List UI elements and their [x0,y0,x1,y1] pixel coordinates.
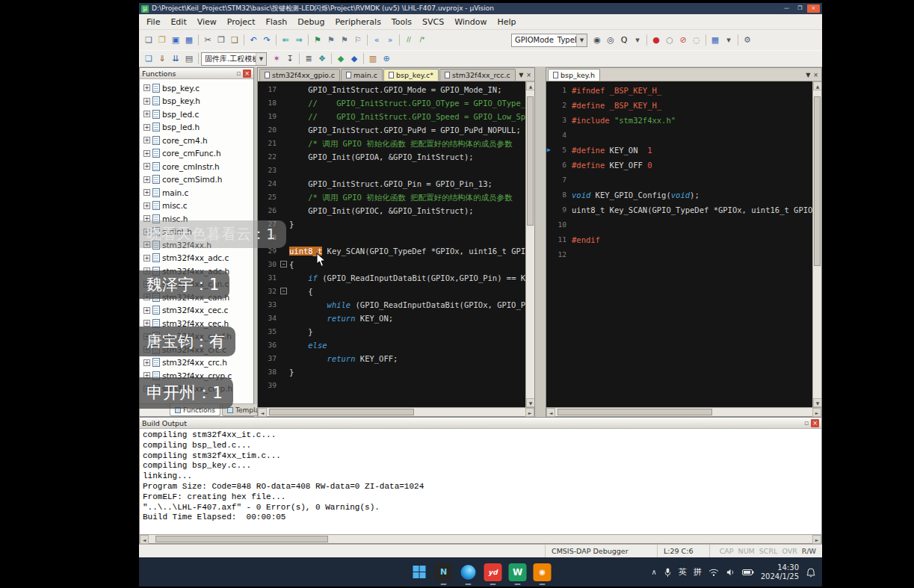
editor-tab[interactable]: bsp_key.h [548,69,600,81]
scroll-down-arrow[interactable]: ▼ [526,398,534,407]
tree-item[interactable]: +bsp_led.c [140,108,253,121]
taskbar-app1-icon[interactable]: N [435,563,453,581]
bookmark-toggle-icon[interactable]: ⚑ [311,34,324,47]
code-line[interactable]: 29uint8_t Key_SCAN(GPIO_TypeDef *GPIOx, … [258,244,525,258]
expander-icon[interactable]: + [143,163,150,170]
tab-list-dropdown-icon[interactable]: ▼ [806,72,810,78]
scroll-right-arrow[interactable]: ► [812,535,821,544]
incremental-find-icon[interactable]: Q [617,34,631,47]
unindent-icon[interactable]: « [370,34,383,47]
menu-item-debug[interactable]: Debug [292,16,330,28]
taskbar-clock[interactable]: 14:30 2024/1/25 [761,563,799,581]
pin-icon[interactable]: ▫ [236,69,241,77]
code-line[interactable]: 8void KEY_GPIO_Config(void); [546,188,812,202]
editor-tab[interactable]: main.c [341,69,383,81]
scroll-up-arrow[interactable]: ▲ [526,81,534,90]
code-line[interactable]: 11#endif [546,232,812,247]
youdao-dict-icon[interactable]: yd [484,563,502,581]
scroll-thumb[interactable] [558,409,711,415]
enable-all-breakpoints-icon[interactable]: ◌ [690,34,703,47]
menu-item-view[interactable]: View [192,16,222,28]
find-in-files-icon[interactable]: ◉ [590,34,604,47]
menu-item-help[interactable]: Help [492,16,522,28]
code-line[interactable]: 30−{ [258,258,525,271]
scroll-thumb[interactable] [527,96,534,226]
editor-tab[interactable]: stm32f4xx_gpio.c [259,69,340,81]
code-line[interactable]: 3#include "stm32f4xx.h" [546,113,812,128]
disable-breakpoint-icon[interactable]: ○ [663,34,676,47]
expander-icon[interactable]: + [143,137,150,143]
books-icon[interactable]: ▥ [366,52,380,66]
save-all-icon[interactable]: ▦ [182,34,196,47]
target-select-combo[interactable]: 固件库.工程模板 ▼ [201,52,267,66]
fold-marker-icon[interactable]: − [280,261,287,267]
tree-item[interactable]: +core_cmFunc.h [140,147,253,161]
menu-item-svcs[interactable]: SVCS [417,16,449,28]
code-line[interactable]: 35 } [258,325,525,338]
find-dropdown-icon[interactable]: ▾ [631,34,644,47]
bookmark-clear-all-icon[interactable]: ⚐ [351,34,365,47]
redo-icon[interactable]: ↷ [260,34,274,47]
navigate-forward-icon[interactable]: ⇒ [292,34,306,47]
menu-item-project[interactable]: Project [222,16,261,28]
tree-item[interactable]: +stm32f4xx_adc.c [140,252,253,265]
tray-expand-icon[interactable]: ∧ [651,568,656,576]
speaker-icon[interactable] [726,568,735,577]
code-line[interactable]: 19 // GPIO_InitStruct.GPIO_Speed = GPIO_… [258,110,525,123]
scroll-left-arrow[interactable]: ◄ [140,535,149,544]
undo-icon[interactable]: ↶ [247,34,260,47]
tree-item[interactable]: +stm32f4xx_crc.h [140,356,253,370]
menu-item-window[interactable]: Window [449,16,492,28]
code-line[interactable]: 31 if (GPIO_ReadInputDataBit(GPIOx,GPIO_… [258,271,525,285]
code-line[interactable]: 6#define KEY_OFF 0 [546,158,812,173]
chevron-down-icon[interactable]: ▼ [576,34,587,46]
save-icon[interactable]: ▣ [169,34,182,47]
code-line[interactable]: 26 GPIO_Init(GPIOC, &GPIO_InitStruct); [258,204,525,217]
center-vscrollbar[interactable]: ▲ ▼ [525,81,534,407]
debug-windows-icon[interactable]: ▦ [708,34,722,47]
component-blue-icon[interactable]: ◆ [348,52,361,66]
build-output-hscrollbar[interactable]: ◄ ► [140,534,821,543]
manage-project-items-icon[interactable]: ≣ [302,52,315,66]
code-line[interactable]: ▶5#define KEY_ON 1 [546,143,812,158]
scroll-right-arrow[interactable]: ► [525,408,534,417]
scroll-thumb[interactable] [814,96,821,266]
expander-icon[interactable]: + [143,307,150,314]
comment-selection-icon[interactable]: // [402,34,416,47]
bookmark-previous-icon[interactable]: ⚑ [324,34,338,47]
microphone-icon[interactable] [664,567,672,578]
translate-file-icon[interactable]: ❏ [142,52,155,66]
expander-icon[interactable]: + [143,111,150,117]
menu-item-peripherals[interactable]: Peripherals [330,16,386,28]
expander-icon[interactable]: + [143,150,150,157]
insert-breakpoint-icon[interactable]: ● [649,34,663,47]
code-line[interactable]: 4 [546,128,812,143]
expander-icon[interactable]: + [143,320,150,327]
code-line[interactable]: 38} [258,365,525,379]
tree-item[interactable]: +bsp_led.h [140,121,253,134]
wifi-icon[interactable] [708,568,719,577]
tree-item[interactable]: +core_cmSimd.h [140,173,253,187]
scroll-left-arrow[interactable]: ◄ [258,408,267,417]
expander-icon[interactable]: + [143,189,150,196]
scroll-track[interactable] [526,90,534,398]
build-target-icon[interactable]: ⇓ [155,52,169,66]
scroll-left-arrow[interactable]: ◄ [546,408,555,417]
code-line[interactable]: 22 GPIO_Init(GPIOA, &GPIO_InitStruct); [258,150,525,164]
ime-mode-indicator[interactable]: 拼 [694,566,702,578]
menu-item-flash[interactable]: Flash [260,16,292,28]
tab-list-dropdown-icon[interactable]: ▼ [519,72,523,78]
scroll-track[interactable] [813,90,821,398]
debug-windows-dropdown-icon[interactable]: ▾ [722,34,735,47]
wps-office-icon[interactable]: W [509,563,527,581]
tab-close-icon[interactable]: × [526,72,531,78]
vertical-splitter[interactable] [535,67,546,417]
kill-all-breakpoints-icon[interactable]: ⊘ [676,34,690,47]
pack-installer-icon[interactable]: ⊕ [380,52,393,66]
menu-item-file[interactable]: File [141,16,165,28]
code-line[interactable]: 23 [258,164,525,177]
code-line[interactable]: 10 [546,217,812,232]
right-vscrollbar[interactable]: ▲ ▼ [812,81,821,407]
scroll-thumb[interactable] [269,409,414,415]
code-line[interactable]: 33 while (GPIO_ReadInputDataBit(GPIOx, G… [258,298,525,312]
